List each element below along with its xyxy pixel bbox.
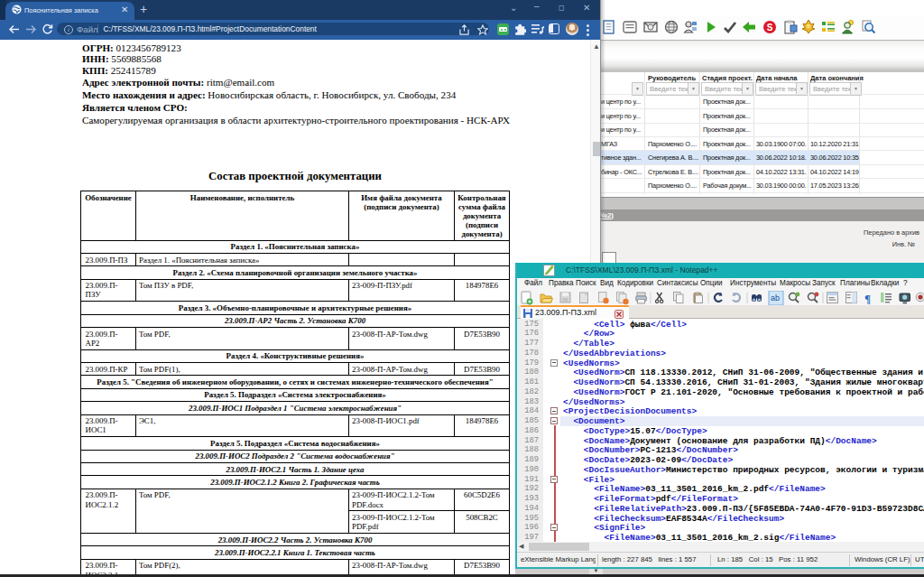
svg-text:S: S (767, 23, 773, 33)
svg-text:¶: ¶ (864, 292, 871, 305)
svg-text:ab: ab (771, 293, 780, 302)
